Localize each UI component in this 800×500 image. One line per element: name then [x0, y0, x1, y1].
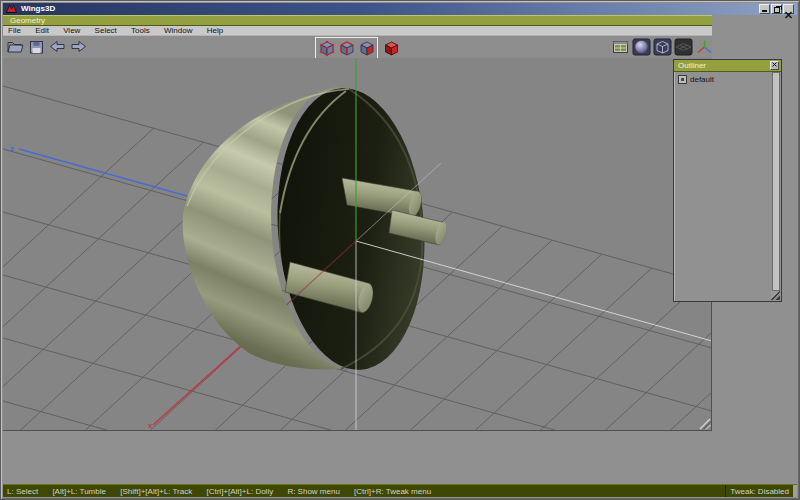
restore-button[interactable]	[771, 4, 782, 14]
smooth-shaded-button[interactable]	[632, 38, 651, 56]
outliner-close-button[interactable]	[770, 61, 779, 70]
edge-mode-button[interactable]	[337, 39, 356, 57]
ground-plane-icon	[674, 38, 693, 56]
outliner-item-label: default	[690, 75, 714, 84]
menu-file[interactable]: File	[8, 26, 21, 35]
hint-show-menu: R: Show menu	[287, 487, 339, 496]
geometry-window-title: Geometry	[10, 16, 45, 25]
mouse-hints: L: Select [Alt]+L: Tumble [Shift]+[Alt]+…	[3, 487, 443, 496]
menu-edit[interactable]: Edit	[35, 26, 49, 35]
menu-help[interactable]: Help	[207, 26, 223, 35]
hint-select: L: Select	[7, 487, 38, 496]
viewport-canvas: z x	[3, 58, 712, 431]
axes-icon	[695, 38, 714, 56]
hint-dolly: [Ctrl]+[Alt]+L: Dolly	[206, 487, 273, 496]
save-file-button[interactable]	[27, 38, 46, 56]
body-mode-button-active[interactable]	[382, 39, 401, 57]
menu-select[interactable]: Select	[95, 26, 117, 35]
wings3d-window: Wings3D Geometry File Edit View Select T…	[0, 0, 800, 500]
ground-plane-button[interactable]	[674, 38, 693, 56]
outliner-title: Outliner	[678, 61, 706, 70]
close-icon	[784, 11, 793, 19]
titlebar[interactable]: Wings3D	[3, 3, 797, 15]
smooth-shaded-icon	[632, 38, 651, 56]
minimize-button[interactable]	[759, 4, 770, 14]
show-axes-button[interactable]	[695, 38, 714, 56]
vertex-mode-button[interactable]	[317, 39, 336, 57]
geometry-viewport[interactable]: z x	[3, 58, 712, 431]
body-cube-icon	[382, 39, 401, 57]
tweak-status: Tweak: Disabled	[725, 485, 793, 497]
face-cube-icon	[358, 39, 376, 57]
statusbar-corner	[793, 485, 797, 497]
vertex-cube-icon	[318, 39, 336, 57]
wireframe-button[interactable]	[653, 38, 672, 56]
wireframe-cube-icon	[653, 38, 672, 56]
geometry-graph-button[interactable]	[611, 38, 630, 56]
open-folder-icon	[6, 38, 25, 56]
hint-tumble: [Alt]+L: Tumble	[52, 487, 106, 496]
outliner-close-icon	[772, 62, 777, 67]
outliner-window[interactable]: Outliner default	[673, 59, 782, 302]
outliner-resize-grip[interactable]	[771, 291, 780, 300]
menu-window[interactable]: Window	[164, 26, 192, 35]
x-axis-label: x	[148, 421, 153, 430]
wings3d-logo-icon	[6, 4, 17, 14]
window-title: Wings3D	[21, 3, 55, 15]
edge-cube-icon	[338, 39, 356, 57]
toolbar	[3, 35, 712, 58]
z-axis-label: z	[10, 144, 14, 153]
geometry-window-titlebar[interactable]: Geometry	[3, 15, 712, 26]
selection-mode-group	[315, 37, 378, 59]
save-floppy-icon	[27, 38, 46, 56]
outliner-item-default[interactable]: default	[674, 72, 781, 84]
close-button[interactable]	[783, 4, 794, 14]
menu-bar: File Edit View Select Tools Window Help	[3, 26, 712, 35]
outliner-scrollbar[interactable]	[772, 72, 780, 291]
geometry-graph-icon	[611, 38, 630, 56]
menu-view[interactable]: View	[63, 26, 80, 35]
redo-button[interactable]	[69, 38, 88, 56]
redo-arrow-icon	[69, 38, 88, 56]
hint-track: [Shift]+[Alt]+L: Track	[120, 487, 192, 496]
status-bar: L: Select [Alt]+L: Tumble [Shift]+[Alt]+…	[3, 484, 797, 497]
open-file-button[interactable]	[6, 38, 25, 56]
outliner-titlebar[interactable]: Outliner	[674, 60, 781, 72]
face-mode-button[interactable]	[357, 39, 376, 57]
undo-arrow-icon	[48, 38, 67, 56]
material-icon	[678, 75, 687, 84]
hint-tweak-menu: [Ctrl]+R: Tweak menu	[354, 487, 431, 496]
menu-tools[interactable]: Tools	[131, 26, 150, 35]
minimize-icon	[762, 10, 767, 12]
undo-button[interactable]	[48, 38, 67, 56]
